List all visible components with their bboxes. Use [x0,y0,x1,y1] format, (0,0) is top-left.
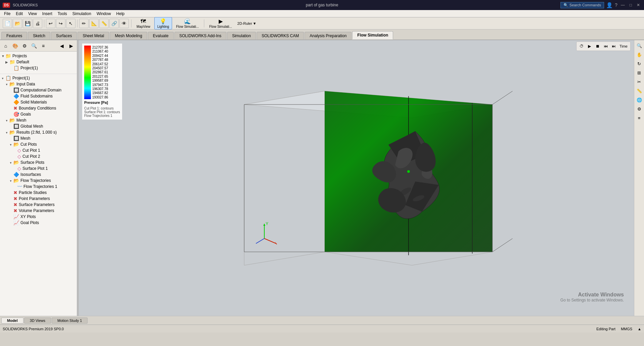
help-icon[interactable]: ? [615,2,618,8]
undo-btn[interactable]: ↩ [46,19,55,28]
menu-tools[interactable]: Tools [55,11,70,17]
tab-flow-simulation[interactable]: Flow Simulation [352,31,393,40]
tree-input-data[interactable]: 📂 Input Data [0,81,77,87]
sketch-btn[interactable]: ✏ [79,19,89,28]
tree-surface-plot1[interactable]: ◇ Surface Plot 1 [0,165,77,171]
tree-cut-plots[interactable]: 📂 Cut Plots [0,141,77,147]
close-btn[interactable]: ✕ [635,3,641,7]
print-btn[interactable]: 🖨 [33,19,42,28]
tree-boundary-cond[interactable]: ✖ Boundary Conditions [0,105,77,111]
vp-section-btn[interactable]: ✂ [635,78,643,86]
smart-btn[interactable]: 📐 [89,19,99,28]
tree-flow-traj[interactable]: 📂 Flow Trajectories [0,178,77,184]
tree-default[interactable]: ▶ 📁 Default [0,59,77,65]
view-btn[interactable]: 👁 [119,19,129,28]
menu-edit[interactable]: Edit [13,11,25,17]
tab-analysis-prep[interactable]: Analysis Preparation [305,32,352,40]
btab-model[interactable]: Model [1,318,23,324]
menu-window[interactable]: Window [94,11,114,17]
tree-global-mesh[interactable]: 🔲 Global Mesh [0,123,77,129]
maximize-btn[interactable]: □ [628,3,633,7]
projects-arrow: ▼ [1,54,5,58]
tree-surface-params[interactable]: ✖ Surface Parameters [0,202,77,208]
mate-btn[interactable]: 🔗 [109,19,119,28]
tree-res-mesh[interactable]: 🔲 Mesh [0,135,77,141]
vp-settings-btn[interactable]: ⚙ [635,105,643,113]
tree-results[interactable]: 📂 Results (2.fld, 1.000 s) [0,129,77,135]
search-box[interactable]: 🔍 Search Commands [560,2,604,8]
tree-project1-sub[interactable]: 📋 Project(1) [0,65,77,71]
tree-xy-plots[interactable]: 📈 XY Plots [0,214,77,220]
new-btn[interactable]: 📄 [3,19,12,28]
tree-fluid-sub[interactable]: 🔷 Fluid Subdomains [0,93,77,99]
mapview-btn[interactable]: 🗺 MapView [134,18,153,29]
tool-settings[interactable]: ⚙ [20,42,29,50]
tree-surface-plots[interactable]: 📂 Surface Plots [0,159,77,165]
vp-globe-btn[interactable]: 🌐 [635,96,643,104]
tree-project1[interactable]: 📋 Project(1) [0,74,77,81]
vp-fit-btn[interactable]: ⊞ [635,69,643,77]
tab-mesh-modeling[interactable]: Mesh Modeling [110,32,147,40]
tree-comp-domain[interactable]: 🔲 Computational Domain [0,87,77,93]
legend-annotations: Cut Plot 1: contours Surface Plot 1: con… [84,107,120,118]
ruler-dropdown[interactable]: ▼ [253,21,257,25]
solidworks-brand: SOLIDWORKS [13,3,38,7]
btab-motion1[interactable]: Motion Study 1 [52,318,88,324]
flow-sim2-label: Flow Simulati... [209,25,232,28]
save-btn[interactable]: 💾 [23,19,32,28]
menu-file[interactable]: File [1,11,13,17]
cp-arrow [9,143,13,146]
open-btn[interactable]: 📂 [13,19,22,28]
vp-measure-btn[interactable]: 📏 [635,87,643,95]
tree-mesh[interactable]: 📂 Mesh [0,117,77,123]
tree-cut-plot1[interactable]: ◇ Cut Plot 1 [0,147,77,153]
vp-extra-btn[interactable]: ≡ [635,114,643,122]
tool-filter[interactable]: ≡ [39,42,48,50]
lighting-btn[interactable]: 💡 Lighting [154,17,172,29]
vp-icon: ✖ [13,208,17,213]
tree-goals[interactable]: 🎯 Goals [0,111,77,117]
vp-rotate-btn[interactable]: ↻ [635,60,643,68]
tree-point-params[interactable]: ✖ Point Parameters [0,196,77,202]
vp-pan-btn[interactable]: ✋ [635,51,643,59]
tab-sw-addins[interactable]: SOLIDWORKS Add-Ins [174,32,226,40]
minimize-btn[interactable]: — [620,3,626,7]
projects-header[interactable]: ▼ 📁 Projects [0,53,77,59]
search-label: Search Commands [570,3,601,7]
dim-btn[interactable]: 📏 [99,19,109,28]
btab-3dviews[interactable]: 3D Views [24,318,51,324]
res-label: Results (2.fld, 1.000 s) [16,130,57,135]
mapview-icon: 🗺 [141,18,146,24]
menu-view[interactable]: View [25,11,40,17]
tool-appearance[interactable]: 🎨 [11,42,19,50]
viewport[interactable]: ⏱ ▶ ⏹ ⏮ ⏭ Time 212707.36 211067.40 20942… [79,40,644,316]
tab-sheet-metal[interactable]: Sheet Metal [77,32,109,40]
tab-simulation[interactable]: Simulation [227,32,256,40]
tab-sw-cam[interactable]: SOLIDWORKS CAM [257,32,304,40]
tool-prev[interactable]: ◀ [57,42,66,50]
tree-volume-params[interactable]: ✖ Volume Parameters [0,208,77,214]
flow-sim2-btn[interactable]: ▶ Flow Simulati... [207,17,235,29]
tree-flow-traj1[interactable]: 〰 Flow Trajectories 1 [0,184,77,190]
flow-sim1-btn[interactable]: 🌊 Flow Simulati... [173,17,202,29]
tool-home[interactable]: ⌂ [1,42,10,50]
user-icon[interactable]: 👤 [606,2,613,8]
tree-isosurfaces[interactable]: 🔷 Isosurfaces [0,171,77,178]
redo-btn[interactable]: ↪ [56,19,65,28]
tree-goal-plots[interactable]: 📈 Goal Plots [0,220,77,226]
tree-cut-plot2[interactable]: ◇ Cut Plot 2 [0,153,77,159]
menu-insert[interactable]: Insert [40,11,55,17]
tool-search-tree[interactable]: 🔍 [30,42,38,50]
menu-simulation[interactable]: Simulation [70,11,94,17]
tab-sketch[interactable]: Sketch [28,32,50,40]
menu-help[interactable]: Help [114,11,127,17]
tree-solid-mat[interactable]: 🔶 Solid Materials [0,99,77,105]
vp-zoom-btn[interactable]: 🔍 [635,42,643,50]
tab-evaluate[interactable]: Evaluate [148,32,174,40]
select-btn[interactable]: ↖ [66,19,75,28]
tool-next[interactable]: ▶ [67,42,75,50]
tab-surfaces[interactable]: Surfaces [51,32,77,40]
tab-features[interactable]: Features [1,32,27,40]
status-arrow[interactable]: ▲ [638,327,641,331]
tree-particle-studies[interactable]: ✖ Particle Studies [0,190,77,196]
